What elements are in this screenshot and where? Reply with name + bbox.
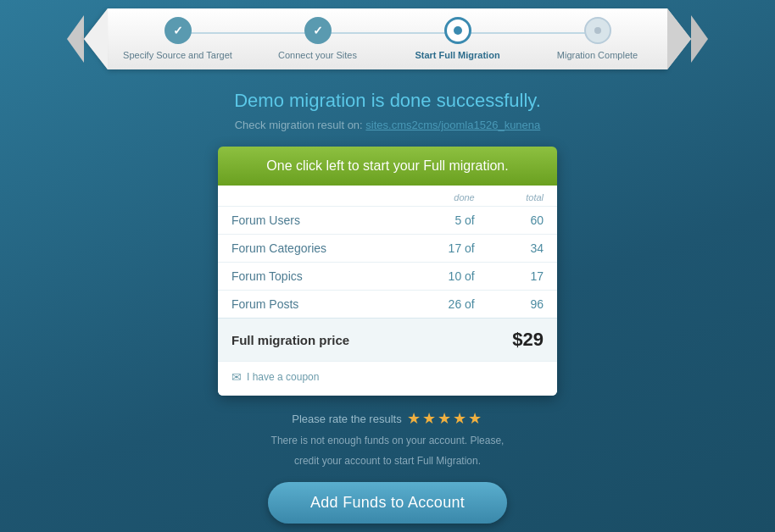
- ribbon-right-decoration2: [691, 15, 708, 63]
- step-connect-check: ✓: [313, 24, 323, 37]
- step-specify: ✓ Specify Source and Target: [108, 17, 248, 61]
- row-label: Forum Categories: [218, 235, 406, 263]
- steps-banner: ✓ Specify Source and Target ✓ Connect yo…: [0, 8, 775, 69]
- coupon-link[interactable]: ✉ I have a coupon: [231, 370, 544, 384]
- migration-result-link[interactable]: sites.cms2cms/joomla1526_kunena: [365, 119, 540, 131]
- step-complete-label: Migration Complete: [557, 49, 638, 61]
- step-start-label: Start Full Migration: [415, 49, 499, 61]
- col-total: total: [488, 186, 557, 207]
- row-total: 96: [488, 291, 557, 319]
- ribbon-right-decoration: [667, 8, 691, 69]
- success-title: Demo migration is done successfully.: [234, 90, 541, 112]
- row-done: 10 of: [406, 263, 488, 291]
- warning-line1: There is not enough funds on your accoun…: [271, 433, 505, 448]
- add-funds-button[interactable]: Add Funds to Account: [268, 482, 507, 524]
- migration-table: done total Forum Users 5 of 60 Forum Cat…: [218, 186, 557, 318]
- step-start: Start Full Migration: [388, 17, 527, 61]
- price-label: Full migration price: [231, 333, 349, 347]
- panel-body: done total Forum Users 5 of 60 Forum Cat…: [218, 186, 557, 396]
- row-total: 60: [488, 207, 557, 235]
- bottom-section: Please rate the results ★★★★★ There is n…: [268, 409, 507, 524]
- step-specify-label: Specify Source and Target: [123, 49, 232, 61]
- row-total: 34: [488, 235, 557, 263]
- row-total: 17: [488, 263, 557, 291]
- table-row: Forum Users 5 of 60: [218, 207, 557, 235]
- row-done: 17 of: [406, 235, 488, 263]
- ribbon: ✓ Specify Source and Target ✓ Connect yo…: [108, 8, 667, 69]
- ribbon-left-decoration2: [67, 15, 84, 63]
- panel-header: One click left to start your Full migrat…: [218, 147, 557, 186]
- row-label: Forum Topics: [218, 263, 406, 291]
- warning-line2: credit your account to start Full Migrat…: [294, 453, 481, 468]
- step-complete-circle: [584, 17, 611, 44]
- step-specify-circle: ✓: [164, 17, 192, 44]
- price-row: Full migration price $29: [218, 318, 557, 361]
- price-value: $29: [512, 329, 544, 351]
- migration-panel: One click left to start your Full migrat…: [218, 147, 557, 396]
- rating-text: Please rate the results: [292, 413, 401, 425]
- step-complete: Migration Complete: [527, 17, 667, 61]
- main-content: Demo migration is done successfully. Che…: [0, 69, 775, 524]
- coupon-row: ✉ I have a coupon: [218, 361, 557, 396]
- row-done: 5 of: [406, 207, 488, 235]
- step-connect-circle: ✓: [304, 17, 332, 44]
- check-link-row: Check migration result on: sites.cms2cms…: [235, 119, 541, 131]
- coupon-icon: ✉: [231, 370, 242, 384]
- table-row: Forum Categories 17 of 34: [218, 235, 557, 263]
- step-specify-check: ✓: [173, 24, 183, 37]
- col-item: [218, 186, 406, 207]
- step-start-circle: [444, 17, 471, 44]
- step-connect-label: Connect your Sites: [278, 49, 357, 61]
- table-row: Forum Topics 10 of 17: [218, 263, 557, 291]
- row-label: Forum Users: [218, 207, 406, 235]
- row-label: Forum Posts: [218, 291, 406, 319]
- rating-stars: ★★★★★: [407, 409, 483, 428]
- step-start-dot: [454, 26, 462, 35]
- col-done: done: [406, 186, 488, 207]
- rating-row: Please rate the results ★★★★★: [292, 409, 482, 428]
- check-text: Check migration result on:: [235, 119, 363, 131]
- step-complete-dot: [594, 27, 601, 34]
- coupon-text: I have a coupon: [247, 371, 319, 383]
- row-done: 26 of: [406, 291, 488, 319]
- table-row: Forum Posts 26 of 96: [218, 291, 557, 319]
- step-connect: ✓ Connect your Sites: [248, 17, 388, 61]
